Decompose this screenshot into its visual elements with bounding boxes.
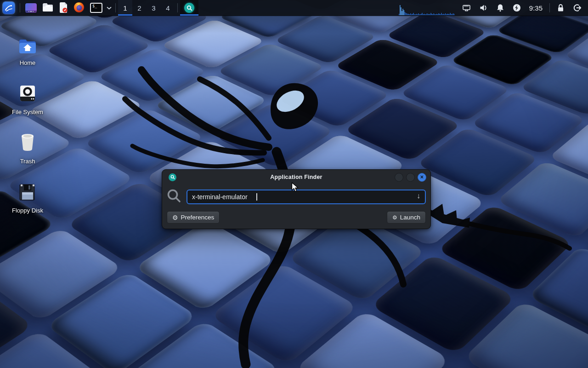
text-editor-launcher[interactable] bbox=[56, 0, 71, 16]
workspace-switcher: 1 2 3 4 bbox=[118, 0, 175, 16]
search-input-wrap: ↓ bbox=[187, 190, 426, 204]
lock-screen-icon[interactable] bbox=[553, 0, 568, 16]
terminal-icon: $_ bbox=[90, 3, 102, 13]
trash-bin-icon bbox=[19, 132, 36, 154]
network-icon[interactable] bbox=[458, 0, 475, 16]
preferences-button[interactable]: ⚙ Preferences bbox=[167, 211, 220, 224]
cpu-graph[interactable] bbox=[397, 0, 458, 16]
panel-separator bbox=[549, 3, 550, 12]
workspace-4[interactable]: 4 bbox=[161, 0, 175, 16]
firefox-icon bbox=[74, 2, 85, 14]
application-finder-window: Application Finder × ↓ ⚙ Preferences ⚙ L bbox=[162, 169, 431, 229]
desktop-app-launcher[interactable] bbox=[23, 0, 40, 16]
window-title: Application Finder bbox=[270, 174, 322, 180]
folder-icon bbox=[42, 3, 53, 13]
logout-icon[interactable] bbox=[569, 0, 585, 16]
workspace-3[interactable]: 3 bbox=[147, 0, 161, 16]
gear-icon: ⚙ bbox=[172, 214, 178, 221]
panel-separator bbox=[177, 3, 178, 12]
cpu-graph-svg bbox=[399, 1, 456, 16]
titlebar[interactable]: Application Finder × bbox=[162, 170, 430, 184]
window-app-icon bbox=[25, 3, 37, 13]
finder-buttons: ⚙ Preferences ⚙ Launch bbox=[162, 207, 430, 224]
panel-separator bbox=[20, 3, 20, 12]
kali-logo-icon bbox=[3, 2, 15, 14]
maximize-button[interactable] bbox=[406, 173, 415, 182]
search-icon bbox=[166, 188, 182, 206]
terminal-launcher-menu-arrow[interactable] bbox=[105, 0, 113, 16]
desktop-icon-label: Home bbox=[20, 59, 36, 66]
launch-gear-icon: ⚙ bbox=[392, 214, 397, 221]
text-caret bbox=[256, 193, 257, 201]
hard-drive-icon bbox=[18, 84, 37, 104]
desktop-icon-file-system[interactable]: File System bbox=[6, 73, 50, 115]
desktop-icon-label: File System bbox=[12, 109, 43, 115]
power-manager-icon[interactable] bbox=[509, 0, 525, 16]
desktop-icon-floppy-disk[interactable]: Floppy Disk bbox=[6, 172, 50, 214]
panel-separator bbox=[115, 3, 116, 12]
desktop-icon-label: Floppy Disk bbox=[12, 207, 43, 214]
notifications-bell-icon[interactable] bbox=[492, 0, 508, 16]
dropdown-arrow-icon[interactable]: ↓ bbox=[414, 191, 423, 201]
close-button[interactable]: × bbox=[418, 173, 426, 182]
close-icon: × bbox=[420, 173, 424, 181]
workspace-2[interactable]: 2 bbox=[132, 0, 147, 16]
app-finder-window-icon bbox=[169, 173, 176, 181]
panel-left-group: $_ 1 2 3 4 bbox=[0, 0, 198, 16]
panel-right-group: 9:35 bbox=[397, 0, 588, 16]
floppy-disk-icon bbox=[19, 184, 36, 203]
window-controls: × bbox=[395, 173, 426, 182]
file-manager-launcher[interactable] bbox=[40, 0, 56, 16]
desktop-icon-column: Home File System Trash bbox=[6, 24, 50, 221]
clock[interactable]: 9:35 bbox=[526, 4, 546, 12]
top-panel: $_ 1 2 3 4 bbox=[0, 0, 588, 16]
home-folder-icon bbox=[18, 38, 37, 55]
minimize-button[interactable] bbox=[395, 173, 403, 182]
search-badge-icon bbox=[184, 3, 194, 13]
terminal-launcher[interactable]: $_ bbox=[87, 0, 105, 16]
desktop-icon-label: Trash bbox=[20, 158, 35, 165]
workspace-1[interactable]: 1 bbox=[118, 0, 132, 16]
search-input[interactable] bbox=[187, 190, 426, 204]
desktop-icon-trash[interactable]: Trash bbox=[6, 122, 50, 165]
launch-button[interactable]: ⚙ Launch bbox=[387, 211, 426, 224]
preferences-label: Preferences bbox=[181, 214, 215, 221]
chevron-down-icon bbox=[107, 6, 112, 10]
volume-icon[interactable] bbox=[475, 0, 492, 16]
firefox-launcher[interactable] bbox=[71, 0, 87, 16]
app-finder-panel-button[interactable] bbox=[180, 0, 198, 16]
search-row: ↓ bbox=[162, 184, 430, 207]
launch-label: Launch bbox=[400, 214, 420, 221]
document-icon bbox=[59, 2, 68, 14]
desktop-icon-home[interactable]: Home bbox=[6, 24, 50, 66]
applications-menu-button[interactable] bbox=[0, 0, 17, 16]
